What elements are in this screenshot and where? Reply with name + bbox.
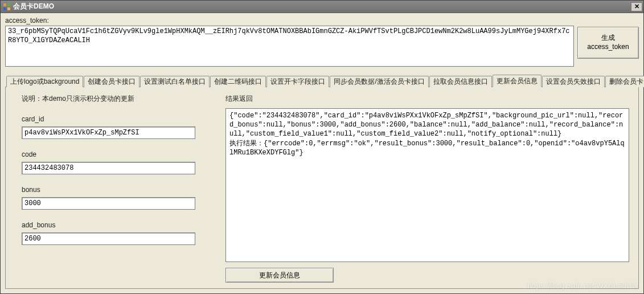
tab-6[interactable]: 拉取会员信息接口 — [429, 76, 492, 87]
tab-label: 设置会员失效接口 — [546, 77, 601, 87]
tab-0[interactable]: 上传logo或background — [6, 76, 83, 87]
result-output[interactable] — [225, 108, 629, 262]
card-id-label: card_id — [22, 115, 210, 123]
tab-2[interactable]: 设置测试白名单接口 — [140, 76, 210, 87]
tab-label: 设置开卡字段接口 — [270, 77, 325, 87]
form-note: 说明：本demo只演示积分变动的更新 — [22, 94, 210, 104]
bonus-label: bonus — [22, 186, 210, 194]
update-member-label: 更新会员信息 — [259, 271, 300, 279]
tab-3[interactable]: 创建二维码接口 — [210, 76, 266, 87]
svg-rect-0 — [3, 3, 6, 6]
tab-label: 同步会员数据/激活会员卡接口 — [334, 77, 424, 87]
generate-token-label: 生成 access_token — [587, 34, 629, 51]
window-title: 会员卡DEMO — [13, 2, 631, 11]
tab-8[interactable]: 设置会员失效接口 — [542, 76, 605, 87]
token-column: access_token: — [5, 17, 574, 67]
app-window: 会员卡DEMO ✕ access_token: 生成 access_token … — [0, 0, 644, 294]
access-token-input[interactable] — [5, 26, 574, 67]
tab-4[interactable]: 设置开卡字段接口 — [266, 76, 329, 87]
tab-label: 拉取会员信息接口 — [433, 77, 488, 87]
tab-label: 更新会员信息 — [497, 76, 538, 86]
access-token-label: access_token: — [5, 17, 574, 24]
svg-rect-1 — [7, 3, 10, 6]
update-member-button[interactable]: 更新会员信息 — [225, 268, 334, 283]
client-area: access_token: 生成 access_token 上传logo或bac… — [1, 13, 643, 293]
titlebar: 会员卡DEMO ✕ — [1, 1, 643, 13]
tab-1[interactable]: 创建会员卡接口 — [84, 76, 140, 87]
close-button[interactable]: ✕ — [631, 2, 642, 11]
add-bonus-label: add_bonus — [22, 221, 210, 229]
tab-label: 设置测试白名单接口 — [144, 77, 206, 87]
form-column: 说明：本demo只演示积分变动的更新 card_id code bonus ad… — [22, 94, 210, 283]
result-label: 结果返回 — [225, 94, 629, 104]
tab-5[interactable]: 同步会员数据/激活会员卡接口 — [330, 76, 428, 87]
tab-9[interactable]: 删除会员卡 — [605, 76, 644, 87]
tab-label: 创建会员卡接口 — [88, 77, 136, 87]
add-bonus-input[interactable] — [22, 232, 195, 245]
app-icon — [3, 3, 11, 11]
close-icon: ✕ — [634, 3, 639, 10]
token-row: access_token: 生成 access_token — [5, 17, 639, 67]
result-column: 结果返回 更新会员信息 — [225, 94, 629, 283]
bonus-input[interactable] — [22, 197, 195, 210]
card-id-input[interactable] — [22, 126, 195, 139]
svg-rect-2 — [3, 7, 6, 10]
tab-label: 删除会员卡 — [609, 77, 643, 87]
code-label: code — [22, 150, 210, 158]
svg-rect-3 — [7, 7, 10, 10]
tab-label: 创建二维码接口 — [214, 77, 262, 87]
tab-label: 上传logo或background — [10, 77, 79, 87]
generate-token-button[interactable]: 生成 access_token — [577, 27, 639, 59]
tab-panel-update-member: 说明：本demo只演示积分变动的更新 card_id code bonus ad… — [5, 87, 639, 289]
tab-7[interactable]: 更新会员信息 — [493, 75, 542, 87]
tabstrip: 上传logo或background创建会员卡接口设置测试白名单接口创建二维码接口… — [5, 75, 639, 87]
code-input[interactable] — [22, 162, 195, 174]
